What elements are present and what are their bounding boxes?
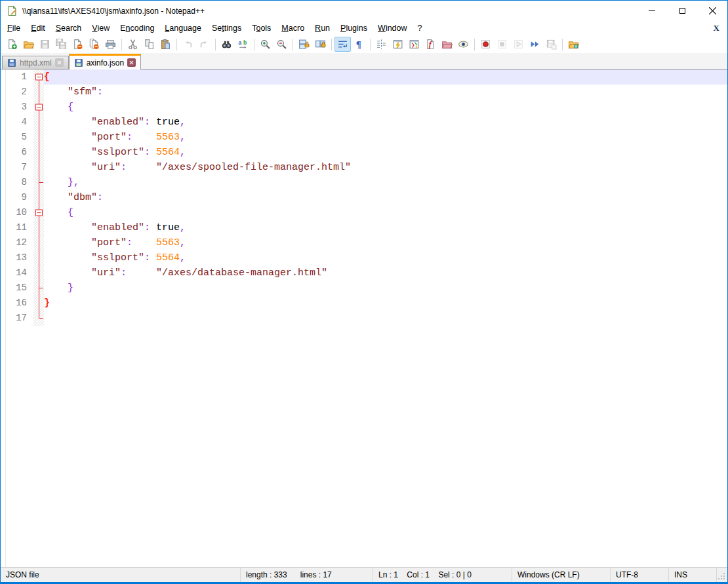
- monitoring-button[interactable]: [455, 37, 472, 52]
- menu-settings[interactable]: Settings: [207, 22, 247, 35]
- menu-search[interactable]: Search: [51, 22, 87, 35]
- redo-button[interactable]: [196, 37, 212, 52]
- sync-vertical-button[interactable]: [296, 37, 312, 52]
- function-list-button[interactable]: f: [422, 37, 439, 52]
- code-text[interactable]: "port": 5563,: [44, 130, 727, 145]
- code-text[interactable]: "port": 5563,: [44, 235, 727, 250]
- fold-margin-marker[interactable]: [33, 100, 44, 115]
- line-number: 10: [6, 205, 33, 220]
- code-text[interactable]: }: [44, 281, 727, 296]
- menu-encoding[interactable]: Encoding: [115, 22, 159, 35]
- save-all-button[interactable]: [53, 37, 70, 52]
- code-line: 14 "uri": "/axes/database-manager.html": [6, 265, 727, 281]
- sync-horizontal-button[interactable]: [312, 37, 329, 52]
- code-text[interactable]: "uri": "/axes/database-manager.html": [44, 265, 727, 281]
- statusbar: JSON file length : 333 lines : 17 Ln : 1…: [1, 567, 727, 582]
- maximize-button[interactable]: [667, 1, 697, 21]
- close-button[interactable]: [697, 1, 727, 21]
- status-insert-mode[interactable]: INS: [669, 568, 717, 582]
- code-text[interactable]: "sslport": 5564,: [44, 145, 727, 160]
- code-text[interactable]: {: [44, 100, 727, 115]
- word-wrap-button[interactable]: [334, 37, 351, 52]
- tab-label: axinfo.json: [87, 58, 124, 68]
- toolbar-separator: [121, 39, 122, 50]
- find-button[interactable]: [218, 37, 235, 52]
- plugin-folder-button[interactable]: [565, 37, 582, 52]
- macro-play-button[interactable]: [510, 37, 527, 52]
- tab-axinfo-json[interactable]: axinfo.json: [69, 54, 141, 69]
- plugin-folder-icon: [568, 39, 579, 50]
- line-number: 4: [6, 115, 33, 130]
- fold-margin-marker: [33, 85, 44, 100]
- minimize-button[interactable]: [637, 1, 667, 21]
- user-defined-language-icon: [392, 39, 403, 50]
- paste-button[interactable]: [157, 37, 174, 52]
- menu-help[interactable]: ?: [413, 22, 428, 35]
- menu-edit[interactable]: Edit: [26, 22, 51, 35]
- code-text[interactable]: "enabled": true,: [44, 115, 727, 130]
- menu-plugins[interactable]: Plugins: [335, 22, 373, 35]
- svg-text:b: b: [243, 39, 247, 46]
- zoom-out-button[interactable]: [273, 37, 290, 52]
- code-text[interactable]: [44, 311, 727, 326]
- replace-button[interactable]: ab: [235, 37, 251, 52]
- fold-margin-marker: [33, 265, 44, 281]
- document-map-button[interactable]: [406, 37, 422, 52]
- macro-stop-button[interactable]: [494, 37, 510, 52]
- save-button[interactable]: [37, 37, 53, 52]
- indent-guide-button[interactable]: [373, 37, 390, 52]
- code-text[interactable]: "sfm":: [44, 85, 727, 100]
- new-file-button[interactable]: [4, 37, 20, 52]
- status-eol-format[interactable]: Windows (CR LF): [512, 568, 611, 582]
- cut-button[interactable]: [125, 37, 141, 52]
- code-text[interactable]: "sslport": 5564,: [44, 250, 727, 265]
- print-icon: [105, 39, 116, 50]
- macro-run-multiple-button[interactable]: [527, 37, 543, 52]
- menu-window[interactable]: Window: [373, 22, 412, 35]
- tab-close-icon[interactable]: [55, 58, 64, 67]
- menu-view[interactable]: View: [87, 22, 115, 35]
- editor[interactable]: 1{2 "sfm":3 {4 "enabled": true,5 "port":…: [1, 69, 727, 567]
- code-text[interactable]: "dbm":: [44, 190, 727, 205]
- user-defined-language-button[interactable]: [390, 37, 406, 52]
- code-text[interactable]: "enabled": true,: [44, 220, 727, 235]
- close-all-icon: [89, 39, 100, 50]
- close-all-button[interactable]: [86, 37, 102, 52]
- menubar-close-icon[interactable]: X: [714, 23, 719, 33]
- menu-run[interactable]: Run: [310, 22, 335, 35]
- macro-save-button[interactable]: [543, 37, 559, 52]
- saved-file-icon: [74, 58, 83, 68]
- folder-as-workspace-button[interactable]: [439, 37, 455, 52]
- save-all-icon: [56, 39, 67, 50]
- menu-tools[interactable]: Tools: [247, 22, 276, 35]
- code-text[interactable]: {: [44, 69, 727, 85]
- zoom-in-button[interactable]: [257, 37, 273, 52]
- show-all-characters-button[interactable]: ¶: [351, 37, 367, 52]
- fold-margin-marker: [33, 145, 44, 160]
- tab-close-icon[interactable]: [127, 58, 136, 67]
- menu-language[interactable]: Language: [159, 22, 207, 35]
- code-text[interactable]: }: [44, 296, 727, 311]
- svg-text:a: a: [239, 39, 242, 46]
- menu-macro[interactable]: Macro: [276, 22, 310, 35]
- code-line: 6 "sslport": 5564,: [6, 145, 727, 160]
- fold-margin-marker: [33, 235, 44, 250]
- fold-margin-marker[interactable]: [33, 69, 44, 85]
- menu-file[interactable]: File: [2, 22, 26, 35]
- status-encoding[interactable]: UTF-8: [611, 568, 669, 582]
- macro-record-button[interactable]: [477, 37, 494, 52]
- tab-httpd-xml[interactable]: httpd.xml: [2, 56, 69, 69]
- close-button[interactable]: [70, 37, 86, 52]
- code-text[interactable]: "uri": "/axes/spooled-file-manager.html": [44, 160, 727, 175]
- copy-button[interactable]: [141, 37, 157, 52]
- code-text[interactable]: },: [44, 175, 727, 190]
- undo-button[interactable]: [180, 37, 196, 52]
- svg-text:¶: ¶: [356, 39, 361, 50]
- status-length-lines: length : 333 lines : 17: [241, 568, 373, 582]
- open-file-button[interactable]: [20, 37, 37, 52]
- fold-margin-marker: [33, 175, 44, 190]
- fold-margin-marker[interactable]: [33, 205, 44, 220]
- print-button[interactable]: [102, 37, 119, 52]
- code-text[interactable]: {: [44, 205, 727, 220]
- resize-grip[interactable]: [717, 568, 727, 582]
